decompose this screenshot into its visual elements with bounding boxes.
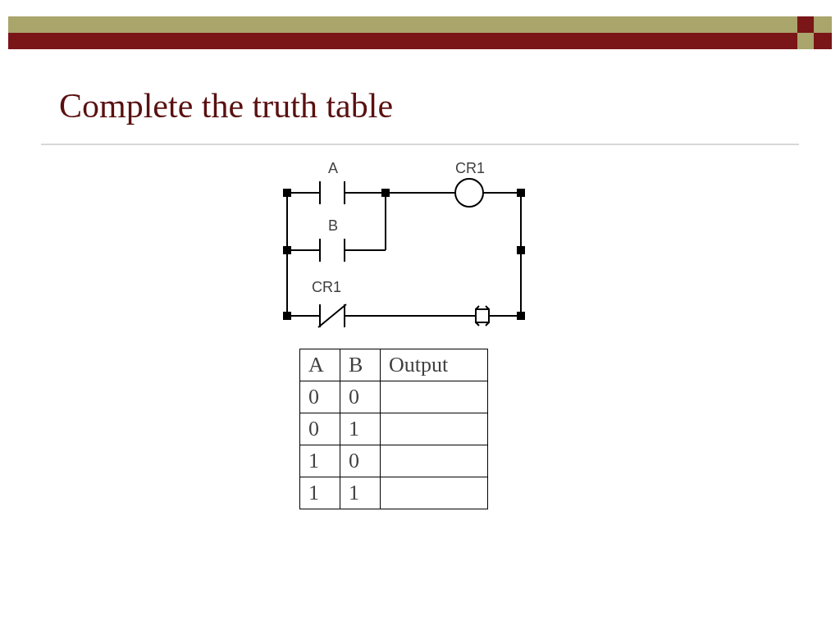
title-underline xyxy=(41,144,799,145)
svg-point-9 xyxy=(455,179,483,207)
cell-a: 1 xyxy=(300,477,340,509)
cell-b: 1 xyxy=(340,477,381,509)
band-olive xyxy=(8,16,832,33)
table-row: 0 1 xyxy=(300,413,488,445)
truth-table: A B Output 0 0 0 1 1 0 1 1 xyxy=(299,349,488,509)
label-a: A xyxy=(328,160,338,177)
cell-output xyxy=(381,381,488,413)
ladder-diagram: A B CR1 CR1 xyxy=(279,160,533,332)
svg-rect-18 xyxy=(518,247,524,253)
corner-square-maroon xyxy=(797,16,814,33)
svg-rect-30 xyxy=(518,313,524,319)
cell-a: 0 xyxy=(300,381,340,413)
table-row: 0 0 xyxy=(300,381,488,413)
band-maroon xyxy=(8,33,832,49)
header-b: B xyxy=(340,349,381,381)
label-cr1-top: CR1 xyxy=(455,160,485,177)
cell-b: 0 xyxy=(340,381,381,413)
cell-output xyxy=(381,477,488,509)
svg-rect-11 xyxy=(518,189,524,196)
cell-b: 1 xyxy=(340,413,381,445)
cell-output xyxy=(381,413,488,445)
header-output: Output xyxy=(381,349,488,381)
cell-b: 0 xyxy=(340,445,381,477)
cell-output xyxy=(381,445,488,477)
label-b: B xyxy=(328,217,338,235)
label-cr1-bottom: CR1 xyxy=(312,279,341,296)
table-row: 1 0 xyxy=(300,445,488,477)
cell-a: 0 xyxy=(300,413,340,445)
table-header-row: A B Output xyxy=(300,349,488,381)
corner-square-olive xyxy=(797,33,814,49)
table-row: 1 1 xyxy=(300,477,488,509)
header-band xyxy=(8,16,832,49)
ladder-svg xyxy=(279,160,533,332)
page-title: Complete the truth table xyxy=(59,86,393,126)
cell-a: 1 xyxy=(300,445,340,477)
svg-line-23 xyxy=(318,304,346,327)
header-a: A xyxy=(300,349,340,381)
